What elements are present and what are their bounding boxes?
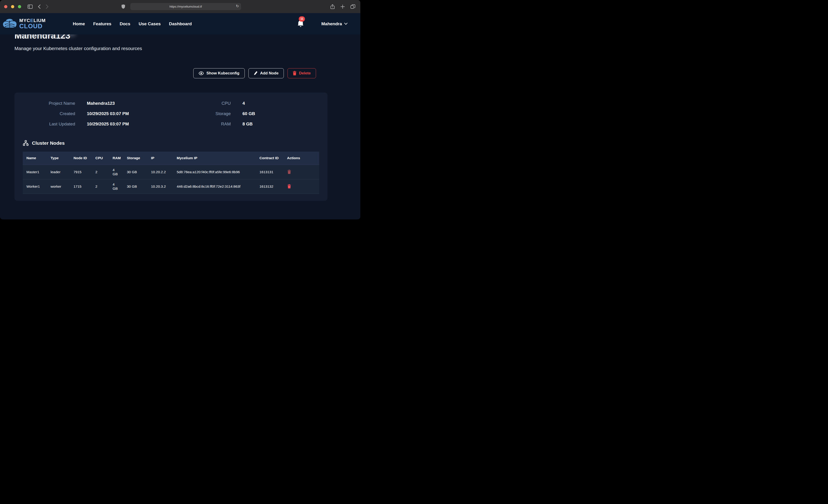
browser-titlebar: https://myceliumcloud.tf ↻	[0, 0, 360, 13]
minimize-window-button[interactable]	[11, 5, 14, 8]
delete-node-button[interactable]	[287, 184, 291, 190]
cell-name: Worker1	[23, 179, 47, 194]
col-storage: Storage	[123, 152, 147, 165]
notification-count-badge: 11	[299, 16, 305, 22]
last-updated-label: Last Updated	[23, 122, 75, 127]
cell-node-id: 1715	[70, 179, 92, 194]
cell-ip: 10.20.3.2	[147, 179, 173, 194]
ram-label: RAM	[175, 122, 231, 127]
cluster-overview-card: Project NameMahendra123 Created10/29/202…	[14, 93, 328, 201]
privacy-shield-icon[interactable]	[119, 3, 127, 10]
chevron-down-icon	[344, 23, 347, 25]
show-kubeconfig-button[interactable]: Show Kubeconfig	[193, 68, 245, 78]
delete-cluster-button[interactable]: Delete	[288, 68, 316, 78]
nav-links: Home Features Docs Use Cases Dashboard	[73, 22, 192, 27]
pencil-icon	[254, 71, 258, 75]
storage-value: 60 GB	[242, 111, 255, 116]
nav-item-home[interactable]: Home	[73, 22, 85, 27]
app-navbar: MYCELIUM CLOUD Home Features Docs Use Ca…	[0, 13, 360, 35]
cell-ip: 10.20.2.2	[147, 165, 173, 179]
col-ip: IP	[147, 152, 173, 165]
sidebar-toggle-icon[interactable]	[26, 3, 34, 10]
trash-icon	[288, 170, 291, 174]
mycelium-cloud-logo[interactable]: MYCELIUM CLOUD	[3, 18, 46, 30]
tab-overview-icon[interactable]	[349, 3, 357, 10]
created-label: Created	[23, 111, 75, 116]
nav-item-docs[interactable]: Docs	[120, 22, 130, 27]
cell-type: worker	[47, 179, 70, 194]
last-updated-value: 10/29/2025 03:07 PM	[87, 122, 129, 127]
forward-button-icon[interactable]	[43, 3, 51, 10]
traffic-lights	[4, 5, 21, 8]
cell-mycelium-ip: 5d8:78ea:a120:f40c:ff0f:a5fe:99e6:8b96	[173, 165, 256, 179]
eye-icon	[199, 72, 204, 75]
cell-mycelium-ip: 446:d2a6:8bcd:8c16:ff0f:72e2:3114:863f	[173, 179, 256, 194]
trash-icon	[293, 71, 296, 75]
network-icon	[23, 140, 29, 146]
page-content: Mahendra123 Manage your Kubernetes clust…	[0, 31, 360, 215]
nav-item-use-cases[interactable]: Use Cases	[138, 22, 161, 27]
cluster-nodes-table: Name Type Node ID CPU RAM Storage IP Myc…	[23, 152, 319, 194]
cpu-value: 4	[242, 101, 245, 106]
project-name-value: Mahendra123	[87, 101, 115, 106]
ram-value: 8 GB	[242, 122, 253, 127]
cell-contract-id: 1613132	[256, 179, 283, 194]
cell-contract-id: 1613131	[256, 165, 283, 179]
overview-left-column: Project NameMahendra123 Created10/29/202…	[23, 101, 166, 132]
storage-label: Storage	[175, 111, 231, 116]
zoom-window-button[interactable]	[18, 5, 21, 8]
back-button-icon[interactable]	[35, 3, 43, 10]
col-contract-id: Contract ID	[256, 152, 283, 165]
table-row: Worker1 worker 1715 2 4 GB 30 GB 10.20.3…	[23, 179, 319, 194]
close-window-button[interactable]	[4, 5, 7, 8]
logo-wordmark: MYCELIUM CLOUD	[19, 18, 46, 30]
notifications-bell[interactable]: 11	[297, 20, 304, 28]
user-menu[interactable]: Mahendra	[321, 22, 347, 27]
new-tab-icon[interactable]	[339, 3, 346, 10]
cell-node-id: 7915	[70, 165, 92, 179]
add-node-button[interactable]: Add Node	[248, 68, 284, 78]
cell-cpu: 2	[92, 179, 109, 194]
cloud-tree-logo-icon	[3, 18, 17, 30]
cell-storage: 30 GB	[123, 179, 147, 194]
table-header-row: Name Type Node ID CPU RAM Storage IP Myc…	[23, 152, 319, 165]
created-value: 10/29/2025 03:07 PM	[87, 111, 129, 116]
share-icon[interactable]	[329, 3, 336, 10]
browser-window: https://myceliumcloud.tf ↻	[0, 0, 360, 219]
cluster-nodes-heading: Cluster Nodes	[32, 140, 65, 146]
cell-ram: 4 GB	[109, 179, 123, 194]
col-node-id: Node ID	[70, 152, 92, 165]
table-row: Master1 leader 7915 2 4 GB 30 GB 10.20.2…	[23, 165, 319, 179]
col-mycelium-ip: Mycelium IP	[173, 152, 256, 165]
trash-icon	[288, 184, 291, 188]
address-bar[interactable]: https://myceliumcloud.tf ↻	[130, 3, 241, 10]
delete-node-button[interactable]	[287, 169, 291, 175]
col-actions: Actions	[283, 152, 319, 165]
url-text: https://myceliumcloud.tf	[169, 5, 202, 8]
col-cpu: CPU	[92, 152, 109, 165]
nav-item-features[interactable]: Features	[93, 22, 111, 27]
cell-storage: 30 GB	[123, 165, 147, 179]
cell-ram: 4 GB	[109, 165, 123, 179]
page-subtitle: Manage your Kubernetes cluster configura…	[0, 46, 360, 51]
cell-cpu: 2	[92, 165, 109, 179]
nav-item-dashboard[interactable]: Dashboard	[169, 22, 192, 27]
col-name: Name	[23, 152, 47, 165]
refresh-icon[interactable]: ↻	[236, 4, 239, 8]
overview-right-column: CPU4 Storage60 GB RAM8 GB	[175, 101, 319, 132]
cluster-actions: Show Kubeconfig Add Node Delete	[0, 68, 360, 78]
user-name: Mahendra	[321, 22, 342, 27]
cpu-label: CPU	[175, 101, 231, 106]
cell-type: leader	[47, 165, 70, 179]
col-type: Type	[47, 152, 70, 165]
cell-name: Master1	[23, 165, 47, 179]
col-ram: RAM	[109, 152, 123, 165]
project-name-label: Project Name	[23, 101, 75, 106]
